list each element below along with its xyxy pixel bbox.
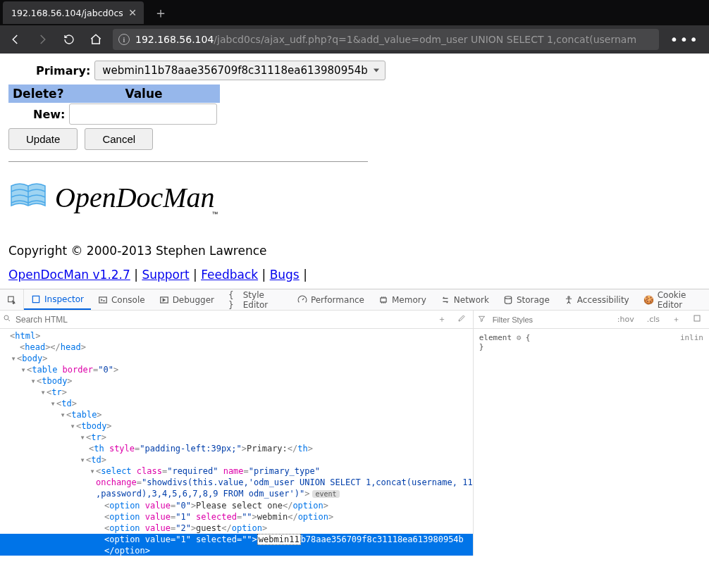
styles-more-icon[interactable]: [689, 313, 705, 325]
divider: [8, 161, 368, 162]
arrow-right-icon: [36, 33, 49, 46]
reload-button[interactable]: [59, 30, 79, 49]
tab-performance[interactable]: Performance: [290, 289, 371, 310]
url-bar[interactable]: i 192.168.56.104/jabcd0cs/ajax_udf.php?q…: [113, 29, 659, 50]
home-icon: [90, 33, 102, 46]
reload-icon: [63, 34, 75, 45]
svg-rect-8: [694, 315, 700, 321]
devtools-toolbar: Inspector Console Debugger { } Style Edi…: [0, 289, 709, 311]
url-text: 192.168.56.104/jabcd0cs/ajax_udf.php?q=1…: [135, 34, 636, 45]
close-tab-icon[interactable]: ✕: [128, 8, 137, 18]
new-tab-button[interactable]: ＋: [144, 6, 178, 20]
svg-point-7: [4, 315, 8, 320]
tab-cookie-editor[interactable]: 🍪 Cookie Editor: [636, 289, 709, 310]
svg-rect-1: [32, 296, 39, 302]
nav-bar: i 192.168.56.104/jabcd0cs/ajax_udf.php?q…: [0, 25, 709, 54]
browser-chrome: 192.168.56.104/jabcd0cs/aj ✕ ＋ i 192.168…: [0, 0, 709, 54]
styles-body[interactable]: element ⚙ {inlin }: [474, 329, 709, 356]
add-node-button[interactable]: ＋: [433, 313, 450, 325]
devtools-styles-pane: :hov .cls ＋ element ⚙ {inlin }: [474, 311, 709, 556]
svg-rect-2: [99, 296, 107, 302]
svg-point-6: [568, 296, 569, 297]
edit-html-button[interactable]: [453, 314, 470, 325]
back-button[interactable]: [6, 30, 25, 49]
selected-html-line[interactable]: <option value="1" selected="">webmin11b7…: [0, 534, 473, 545]
site-info-icon[interactable]: i: [118, 34, 130, 45]
cookie-icon: 🍪: [643, 295, 654, 305]
book-icon: [8, 179, 48, 217]
tab-title: 192.168.56.104/jabcd0cs/aj: [11, 8, 123, 18]
new-value-input[interactable]: [69, 104, 217, 125]
link-version[interactable]: OpenDocMan v1.2.7: [8, 268, 130, 282]
link-feedback[interactable]: Feedback: [201, 268, 258, 282]
svg-point-5: [505, 296, 511, 299]
home-button[interactable]: [86, 30, 106, 49]
filter-styles-input[interactable]: [491, 315, 608, 325]
new-label: New:: [8, 103, 68, 125]
cls-toggle[interactable]: .cls: [643, 314, 663, 325]
update-button[interactable]: Update: [8, 128, 78, 150]
logo-text: OpenDocMan™: [55, 181, 221, 215]
tab-memory[interactable]: Memory: [371, 289, 433, 310]
tab-style-editor[interactable]: { } Style Editor: [221, 289, 290, 310]
primary-select[interactable]: webmin11b78aae356709f8c31118ea613980954b: [94, 61, 386, 80]
tab-debugger[interactable]: Debugger: [152, 289, 221, 310]
tab-bar: 192.168.56.104/jabcd0cs/aj ✕ ＋: [0, 0, 709, 25]
html-tree[interactable]: <html> <head></head> ▾<body> ▾<table bor…: [0, 329, 473, 556]
page-content: Primary: webmin11b78aae356709f8c31118ea6…: [0, 54, 709, 289]
link-support[interactable]: Support: [142, 268, 189, 282]
tab-console[interactable]: Console: [91, 289, 152, 310]
filter-icon: [478, 315, 486, 325]
page-actions-icon[interactable]: •••: [666, 31, 703, 48]
value-table: Delete? Value New:: [8, 85, 220, 125]
tab-accessibility[interactable]: Accessibility: [557, 289, 636, 310]
th-value: Value: [68, 85, 220, 103]
th-delete: Delete?: [8, 85, 68, 103]
braces-icon: { }: [228, 290, 240, 310]
tab-inspector[interactable]: Inspector: [24, 289, 91, 310]
primary-label: Primary:: [8, 64, 90, 77]
link-bugs[interactable]: Bugs: [270, 268, 300, 282]
pick-element-button[interactable]: [0, 289, 24, 310]
browser-tab[interactable]: 192.168.56.104/jabcd0cs/aj ✕: [3, 1, 144, 24]
copyright: Copyright © 2000-2013 Stephen Lawrence: [8, 244, 701, 258]
forward-button[interactable]: [32, 30, 52, 49]
add-rule-button[interactable]: ＋: [669, 313, 684, 325]
svg-rect-4: [381, 298, 386, 302]
devtools: Inspector Console Debugger { } Style Edi…: [0, 289, 709, 556]
tab-network[interactable]: Network: [433, 289, 496, 310]
hov-toggle[interactable]: :hov: [614, 314, 638, 325]
search-icon: [3, 314, 11, 325]
tab-storage[interactable]: Storage: [496, 289, 557, 310]
search-html-input[interactable]: [14, 314, 431, 325]
logo: OpenDocMan™: [8, 179, 701, 217]
arrow-left-icon: [9, 33, 22, 46]
devtools-html-pane: ＋ <html> <head></head> ▾<body> ▾<table b…: [0, 311, 474, 556]
cancel-button[interactable]: Cancel: [85, 128, 153, 150]
footer-links: OpenDocMan v1.2.7 | Support | Feedback |…: [8, 268, 701, 282]
